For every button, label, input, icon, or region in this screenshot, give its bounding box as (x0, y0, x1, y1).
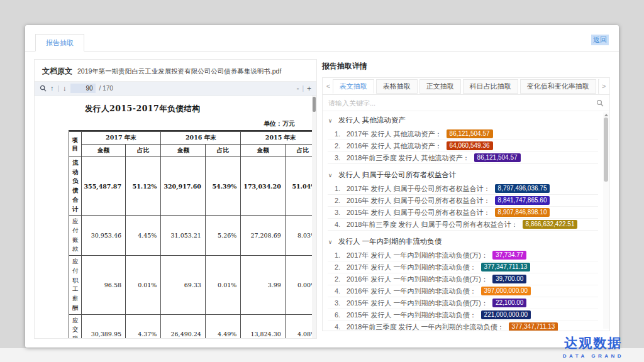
item-text: 2016年 发行人 一年内到期的非流动负债： (347, 287, 477, 296)
row-label: 应付职工薪酬 (69, 256, 82, 314)
main-card: 报告抽取 返回 文档原文2019年第一期贵阳白云工业发展投资有限公司公司债券募集… (25, 25, 619, 348)
value-badge: 86,121,504.57 (447, 129, 493, 138)
pdf-page[interactable]: 发行人2015-2017年负债结构 单位：万元 项目2017 年末2016 年末… (35, 96, 316, 338)
scroll-up-icon[interactable] (604, 114, 608, 116)
page-total-label: / 170 (99, 85, 113, 92)
tab-extraction-3[interactable]: 科目占比抽取 (463, 79, 518, 94)
keyword-search-bar (323, 95, 609, 111)
table-cell: 4.49% (205, 314, 240, 338)
item-number: 3. (328, 209, 347, 216)
extraction-item[interactable]: 4.2016年 发行人 一年内到期的非流动负债：397,000,000.00 (328, 285, 598, 297)
item-number: 1. (328, 185, 347, 192)
document-scrollbar[interactable] (312, 96, 316, 338)
scrollbar-thumb[interactable] (604, 118, 608, 182)
table-cell: 4.45% (126, 216, 161, 256)
extraction-item[interactable]: 4.2018年前三季度 发行人 一年内到期的非流动负债：377,347,711.… (328, 321, 598, 331)
table-cell: 5.26% (205, 216, 240, 256)
value-badge: 8,866,632,422.51 (523, 220, 578, 229)
section-header[interactable]: ∨发行人 归属于母公司所有者权益合计 (328, 167, 598, 183)
column-header-year: 2016 年末 (161, 131, 241, 145)
table-cell: 0.01% (205, 256, 240, 314)
table-cell: 3.99 (241, 256, 286, 314)
zoom-out-button[interactable]: - (296, 84, 299, 93)
item-number: 3. (328, 154, 347, 162)
column-subheader: 金额 (161, 145, 206, 157)
table-header-row: 项目2017 年末2016 年末2015 年末 (69, 131, 317, 145)
table-cell: 355,487.87 (81, 157, 126, 216)
document-filename: 2019年第一期贵阳白云工业发展投资有限公司公司债券募集说明书.pdf (77, 67, 281, 75)
table-row: 应付账款30,953.464.45%31,053.215.26%27,208.6… (69, 216, 317, 256)
extraction-item[interactable]: 2.2016年 发行人 其他流动资产：64,060,549.36 (328, 140, 598, 152)
item-text: 2017年 发行人 归属于母公司所有者权益合计： (347, 184, 491, 194)
toolbar-divider: | (302, 85, 304, 92)
list-scrollbar[interactable] (603, 112, 609, 329)
column-subheader: 占比 (205, 145, 240, 157)
content-area: 文档原文2019年第一期贵阳白云工业发展投资有限公司公司债券募集说明书.pdf … (25, 52, 619, 348)
extraction-item[interactable]: 2.2016年 发行人 归属于母公司所有者权益合计：8,841,747,865.… (328, 195, 598, 207)
extraction-item[interactable]: 3.2015年 发行人 归属于母公司所有者权益合计：8,907,846,898.… (328, 207, 598, 219)
item-text: 2015年 发行人 一年内到期的非流动负债： (347, 310, 477, 320)
chevron-down-icon: ∨ (328, 239, 333, 245)
tab-report-extraction[interactable]: 报告抽取 (35, 34, 84, 52)
document-panel: 文档原文2019年第一期贵阳白云工业发展投资有限公司公司债券募集说明书.pdf … (34, 59, 317, 339)
scrollbar-thumb[interactable] (313, 97, 316, 112)
document-header: 文档原文2019年第一期贵阳白云工业发展投资有限公司公司债券募集说明书.pdf (35, 60, 316, 82)
extraction-item[interactable]: 6.2015年 发行人 一年内到期的非流动负债：221,000,000.00 (328, 309, 598, 321)
item-text: 2017年 发行人 一年内到期的非流动负债(万)： (347, 251, 488, 260)
datagrand-logo: 达观数据 DATA GRAND (563, 334, 624, 359)
row-label: 应付账款 (69, 216, 82, 256)
table-cell: 320,917.60 (161, 157, 206, 216)
keyword-search-input[interactable] (328, 99, 596, 107)
extraction-item[interactable]: 2.2017年 发行人 一年内到期的非流动负债：377,347,711.13 (328, 261, 598, 273)
table-cell: 30,953.46 (81, 216, 126, 256)
page-down-icon[interactable]: ↓ (63, 85, 67, 92)
section-header[interactable]: ∨发行人 其他流动资产 (328, 112, 598, 128)
item-number: 4. (328, 221, 347, 228)
extraction-tab-bar: < 表文抽取表格抽取正文抽取科目占比抽取变化值和变化率抽取董监高年龄抽取变动趋势… (323, 78, 609, 95)
chevron-down-icon: ∨ (328, 172, 333, 178)
zoom-in-button[interactable]: + (307, 84, 311, 93)
item-number: 3. (328, 299, 347, 307)
page-number-input[interactable] (70, 84, 96, 93)
item-number: 4. (328, 287, 347, 295)
extraction-item[interactable]: 1.2017年 发行人 一年内到期的非流动负债(万)：37,734.77 (328, 250, 598, 261)
extraction-item[interactable]: 1.2017年 发行人 归属于母公司所有者权益合计：8,797,496,036.… (328, 183, 598, 195)
liabilities-table: 项目2017 年末2016 年末2015 年末金额占比金额占比金额占比流动负债合… (69, 130, 316, 338)
footer-strip (0, 348, 644, 362)
table-cell: 13,824.30 (241, 314, 286, 338)
tabs-scroll-left-icon[interactable]: < (324, 83, 333, 90)
item-text: 2018年前三季度 发行人 归属于母公司所有者权益合计： (347, 220, 518, 229)
extraction-item[interactable]: 3.2015年 发行人 一年内到期的非流动负债(万)：22,100.00 (328, 297, 598, 309)
item-text: 2017年 发行人 其他流动资产： (347, 129, 442, 139)
table-cell: 69.33 (161, 256, 206, 314)
column-subheader: 占比 (126, 145, 161, 157)
extraction-item[interactable]: 1.2017年 发行人 其他流动资产：86,121,504.57 (328, 128, 598, 140)
value-badge: 221,000,000.00 (481, 310, 531, 319)
extraction-item[interactable]: 3.2018年前三季度 发行人 其他流动资产：86,121,504.57 (328, 152, 598, 164)
row-label: 流动负债合计 (69, 157, 82, 216)
item-text: 2016年 发行人 一年内到期的非流动负债(万)： (347, 275, 488, 284)
page-up-icon[interactable]: ↑ (50, 85, 54, 92)
table-cell: 96.58 (81, 256, 126, 314)
search-icon[interactable] (40, 85, 47, 92)
tabs-scroll-right-icon[interactable]: > (599, 83, 608, 90)
tab-extraction-4[interactable]: 变化值和变化率抽取 (520, 79, 596, 94)
extraction-list: ∨发行人 其他流动资产1.2017年 发行人 其他流动资产：86,121,504… (323, 111, 609, 331)
back-button[interactable]: 返回 (591, 35, 609, 45)
table-subheader-row: 金额占比金额占比金额占比 (69, 145, 317, 157)
table-cell: 4.37% (126, 314, 161, 338)
table-cell: 30,389.95 (81, 314, 126, 338)
column-header-year: 2017 年末 (81, 131, 161, 145)
value-badge: 8,841,747,865.60 (495, 196, 550, 205)
tab-extraction-2[interactable]: 正文抽取 (419, 79, 461, 94)
extraction-item[interactable]: 2.2016年 发行人 一年内到期的非流动负债(万)：39,700.00 (328, 273, 598, 285)
column-header-year: 2015 年末 (241, 131, 316, 145)
extraction-section: ∨发行人 一年内到期的非流动负债1.2017年 发行人 一年内到期的非流动负债(… (328, 234, 598, 331)
value-badge: 37,734.77 (492, 251, 527, 260)
column-subheader: 金额 (241, 145, 286, 157)
search-icon[interactable] (596, 99, 604, 107)
section-header[interactable]: ∨发行人 一年内到期的非流动负债 (328, 234, 598, 250)
tab-extraction-0[interactable]: 表文抽取 (333, 79, 374, 94)
extraction-item[interactable]: 4.2018年前三季度 发行人 归属于母公司所有者权益合计：8,866,632,… (328, 219, 598, 231)
tab-extraction-1[interactable]: 表格抽取 (376, 79, 418, 94)
